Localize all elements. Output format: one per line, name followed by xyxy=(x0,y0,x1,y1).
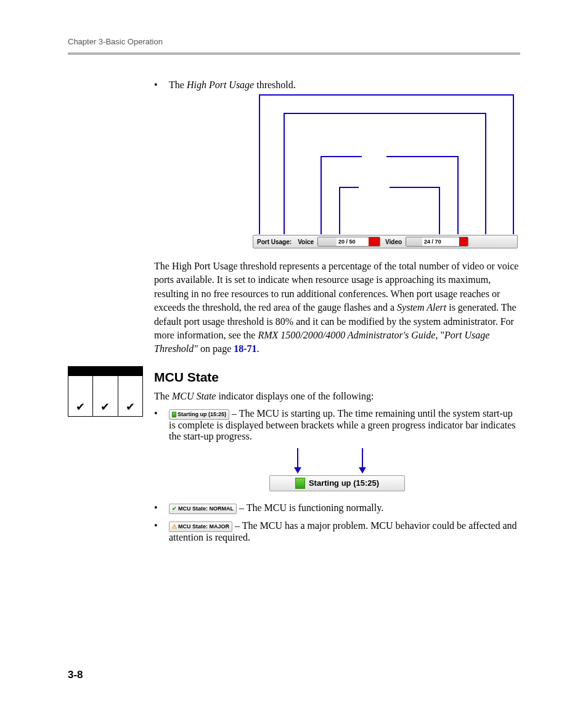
major-chip: ⚠MCU State: MAJOR xyxy=(169,522,232,532)
check-icon: ✔ xyxy=(68,375,93,416)
video-value: 24 / 70 xyxy=(422,239,443,245)
mcu-intro: The MCU State indicator displays one of … xyxy=(154,390,520,403)
header-rule xyxy=(68,52,520,55)
port-usage-paragraph: The High Port Usage threshold represents… xyxy=(154,260,520,356)
progress-icon xyxy=(295,478,305,489)
chip-text: Starting up (15:25) xyxy=(178,411,226,417)
page-number: 3-8 xyxy=(68,669,83,681)
text: The xyxy=(169,80,187,90)
chip-text: Starting up (15:25) xyxy=(309,478,379,488)
starting-up-chip: Starting up (15:25) xyxy=(169,409,229,420)
emphasis: High Port Usage xyxy=(187,80,254,90)
callout-line xyxy=(390,187,440,234)
running-header: Chapter 3-Basic Operation xyxy=(68,37,520,46)
voice-value: 20 / 50 xyxy=(337,239,357,245)
text: indicator displays one of the following: xyxy=(216,391,374,401)
starting-up-chip-large: Starting up (15:25) xyxy=(269,475,405,491)
video-gauge: 24 / 70 xyxy=(406,237,468,247)
mcu-state-item: • ⚠MCU State: MAJOR – The MCU has a majo… xyxy=(154,520,520,543)
mcu-state-item: • ✔MCU State: NORMAL – The MCU is functi… xyxy=(154,502,520,514)
emphasis: System Alert xyxy=(397,302,446,313)
mcu-state-heading: MCU State xyxy=(154,370,520,385)
video-label: Video xyxy=(383,239,406,245)
text: – The MCU is functioning normally. xyxy=(237,502,383,513)
warning-icon: ⚠ xyxy=(172,523,177,530)
port-usage-figure: Port Usage: Voice 20 / 50 Video 24 / 70 xyxy=(154,94,520,248)
text: on page xyxy=(198,343,234,354)
voice-label: Voice xyxy=(295,239,317,245)
arrow-down-icon xyxy=(362,448,363,473)
text: threshold. xyxy=(254,80,296,90)
arrow-down-icon xyxy=(297,448,298,473)
check-icon: ✔ xyxy=(118,375,142,416)
bullet-marker: • xyxy=(154,80,169,91)
bullet-marker: • xyxy=(154,502,169,514)
normal-chip: ✔MCU State: NORMAL xyxy=(169,504,237,514)
applicability-table: ✔ ✔ ✔ xyxy=(68,366,143,417)
text: The xyxy=(154,391,172,401)
chip-text: MCU State: MAJOR xyxy=(178,523,229,530)
page-reference-link[interactable]: 18-71 xyxy=(234,343,256,354)
voice-gauge: 20 / 50 xyxy=(317,237,380,247)
text: , " xyxy=(435,330,444,340)
bullet-high-port-usage: • The High Port Usage threshold. xyxy=(154,80,520,91)
starting-up-callout: Starting up (15:25) xyxy=(269,448,405,491)
port-usage-bar: Port Usage: Voice 20 / 50 Video 24 / 70 xyxy=(253,235,518,248)
progress-icon xyxy=(172,412,176,417)
emphasis: RMX 1500/2000/4000 Administrator's Guide xyxy=(258,330,435,340)
chip-text: MCU State: NORMAL xyxy=(178,505,234,512)
text: . xyxy=(257,343,259,354)
bullet-marker: • xyxy=(154,520,169,543)
bullet-marker: • xyxy=(154,408,169,442)
check-icon: ✔ xyxy=(93,375,118,416)
callout-line xyxy=(339,187,359,234)
port-usage-label: Port Usage: xyxy=(255,239,295,245)
emphasis: MCU State xyxy=(172,391,216,401)
mcu-state-item: • Starting up (15:25) – The MCU is start… xyxy=(154,408,520,442)
check-icon: ✔ xyxy=(172,505,177,512)
